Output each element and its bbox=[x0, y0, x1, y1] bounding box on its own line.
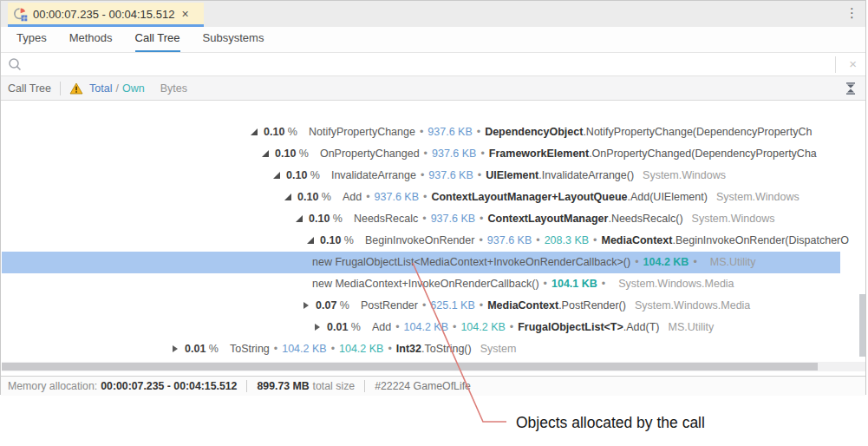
status-time-range: 00:00:07.235 - 00:04:15.512 bbox=[101, 380, 237, 392]
call-tree-row[interactable]: 0.10 %BeginInvokeOnRender•937.6 KB•208.3… bbox=[2, 230, 865, 252]
percent-sign: % bbox=[296, 148, 309, 160]
separator-dot: • bbox=[510, 321, 513, 333]
method-short-name: NotifyPropertyChange bbox=[309, 126, 415, 138]
tab-call-tree[interactable]: Call Tree bbox=[135, 31, 180, 52]
tab-methods[interactable]: Methods bbox=[69, 31, 113, 52]
declaring-type: FrugalObjectList<T> bbox=[518, 321, 623, 333]
namespace: System bbox=[480, 343, 517, 355]
call-tree-row[interactable]: 0.10 %Add•937.6 KB•ContextLayoutManager+… bbox=[2, 187, 865, 208]
view-tabs: Types Methods Call Tree Subsystems bbox=[1, 27, 865, 52]
method-short-name: InvalidateArrange bbox=[331, 169, 416, 181]
call-tree-row[interactable]: 0.10 %NeedsRecalc•937.6 KB•ContextLayout… bbox=[2, 208, 865, 230]
expand-arrow-icon[interactable] bbox=[284, 193, 291, 200]
collapse-all-icon[interactable] bbox=[844, 82, 858, 98]
percent-sign: % bbox=[336, 299, 349, 312]
method-short-name: new MediaContext+InvokeOnRenderCallback(… bbox=[312, 278, 539, 290]
snapshot-tab[interactable]: 00:00:07.235 - 00:04:15.512 × bbox=[8, 3, 204, 25]
total-own-slash: / bbox=[115, 82, 118, 95]
separator-dot: • bbox=[479, 234, 482, 246]
units-bytes-label[interactable]: Bytes bbox=[160, 82, 187, 95]
close-tab-icon[interactable]: × bbox=[181, 8, 188, 20]
call-tree-row[interactable]: 0.10 %OnPropertyChanged•937.6 KB•Framewo… bbox=[2, 143, 865, 165]
warning-icon bbox=[69, 82, 83, 95]
method-signature: .InvalidateArrange() bbox=[538, 169, 634, 181]
call-tree-row[interactable]: 0.01 %ToString•104.2 KB•104.2 KB•Int32.T… bbox=[2, 338, 865, 360]
call-tree-row[interactable]: new FrugalObjectList<MediaContext+Invoke… bbox=[2, 252, 840, 273]
tab-subsystems[interactable]: Subsystems bbox=[203, 31, 264, 52]
separator-dot: • bbox=[536, 234, 539, 246]
separator-dot: • bbox=[424, 148, 427, 160]
separator-dot: • bbox=[388, 343, 391, 355]
separator-dot: • bbox=[395, 321, 399, 333]
percent-sign: % bbox=[318, 191, 331, 203]
horizontal-scrollbar[interactable] bbox=[2, 362, 865, 371]
call-tree-row[interactable]: 0.01 %Add•104.2 KB•104.2 KB•FrugalObject… bbox=[2, 317, 865, 338]
tab-types[interactable]: Types bbox=[16, 31, 47, 52]
tab-title: 00:00:07.235 - 00:04:15.512 bbox=[33, 8, 174, 21]
total-bytes: 104.2 KB bbox=[404, 321, 448, 333]
declaring-type: MediaContext bbox=[487, 299, 558, 312]
total-bytes: 937.6 KB bbox=[428, 169, 473, 181]
status-divider bbox=[364, 380, 365, 392]
separator-dot: • bbox=[331, 343, 335, 355]
separator-dot: • bbox=[422, 299, 426, 312]
method-signature: .BeginInvokeOnRender(DispatcherO bbox=[672, 234, 849, 246]
method-short-name: Add bbox=[372, 321, 391, 333]
percent-sign: % bbox=[330, 213, 343, 225]
call-tree-row[interactable]: 0.07 %PostRender•625.1 KB•MediaContext.P… bbox=[2, 295, 865, 317]
status-divider bbox=[246, 380, 247, 392]
collapse-arrow-icon[interactable] bbox=[173, 345, 178, 352]
sort-by-own[interactable]: Own bbox=[122, 82, 145, 95]
percent-sign: % bbox=[206, 343, 219, 355]
separator-dot: • bbox=[366, 191, 369, 203]
call-tree-row[interactable]: 0.10 %NotifyPropertyChange•937.6 KB•Depe… bbox=[2, 121, 865, 143]
separator-dot: • bbox=[593, 234, 597, 246]
total-bytes: 937.6 KB bbox=[431, 213, 475, 225]
annotation-label: Objects allocated by the call bbox=[516, 414, 705, 432]
kebab-menu-icon[interactable]: ⋮ bbox=[845, 4, 858, 22]
own-bytes: 104.1 KB bbox=[551, 278, 597, 290]
collapse-arrow-icon[interactable] bbox=[303, 302, 309, 309]
declaring-type: DependencyObject bbox=[485, 126, 583, 138]
percent-value: 0.10 bbox=[286, 169, 307, 181]
total-bytes: 937.6 KB bbox=[427, 126, 472, 138]
expand-arrow-icon[interactable] bbox=[296, 215, 303, 222]
screenshot-stage: 00:00:07.235 - 00:04:15.512 × ⋮ Types Me… bbox=[0, 0, 868, 446]
header-divider bbox=[60, 82, 61, 95]
memory-snapshot-icon bbox=[13, 7, 29, 22]
separator-dot: • bbox=[420, 126, 423, 138]
method-signature: .NotifyPropertyChange(DependencyProperty… bbox=[583, 126, 812, 138]
vertical-scrollbar-thumb[interactable] bbox=[859, 294, 865, 357]
separator-dot: • bbox=[477, 126, 480, 138]
total-bytes: 104.2 KB bbox=[282, 343, 326, 355]
method-short-name: BeginInvokeOnRender bbox=[365, 234, 474, 246]
collapse-arrow-icon[interactable] bbox=[315, 324, 320, 331]
sort-by-total[interactable]: Total bbox=[89, 82, 112, 95]
call-tree-row[interactable]: 0.10 %InvalidateArrange•937.6 KB•UIEleme… bbox=[2, 165, 865, 187]
percent-value: 0.10 bbox=[297, 191, 318, 203]
expand-arrow-icon[interactable] bbox=[251, 128, 258, 135]
clear-search-icon[interactable]: × bbox=[849, 56, 857, 71]
expand-arrow-icon[interactable] bbox=[273, 172, 280, 179]
method-short-name: NeedsRecalc bbox=[354, 213, 418, 225]
namespace: MS.Utility bbox=[710, 256, 756, 268]
namespace: MS.Utility bbox=[668, 321, 714, 333]
call-tree-row[interactable]: new MediaContext+InvokeOnRenderCallback(… bbox=[2, 273, 865, 295]
method-short-name: new FrugalObjectList<MediaContext+Invoke… bbox=[312, 256, 630, 268]
method-signature: .PostRender() bbox=[558, 299, 626, 312]
own-bytes: 208.3 KB bbox=[545, 234, 589, 246]
document-tab-bar: 00:00:07.235 - 00:04:15.512 × ⋮ bbox=[1, 1, 865, 27]
status-bar: Memory allocation: 00:00:07.235 - 00:04:… bbox=[1, 376, 865, 396]
percent-sign: % bbox=[307, 169, 320, 181]
status-snapshot-name: #22224 GameOfLife bbox=[375, 380, 471, 392]
horizontal-scrollbar-thumb[interactable] bbox=[2, 363, 818, 371]
percent-sign: % bbox=[284, 126, 297, 138]
search-input[interactable] bbox=[27, 55, 828, 75]
expand-arrow-icon[interactable] bbox=[262, 150, 269, 157]
declaring-type: UIElement bbox=[486, 169, 538, 181]
method-signature: .Add(UIElement) bbox=[627, 191, 707, 203]
method-signature: .NeedsRecalc() bbox=[608, 213, 682, 225]
expand-arrow-icon[interactable] bbox=[307, 237, 314, 244]
percent-value: 0.10 bbox=[320, 234, 341, 246]
method-signature: .Add(T) bbox=[623, 321, 660, 333]
